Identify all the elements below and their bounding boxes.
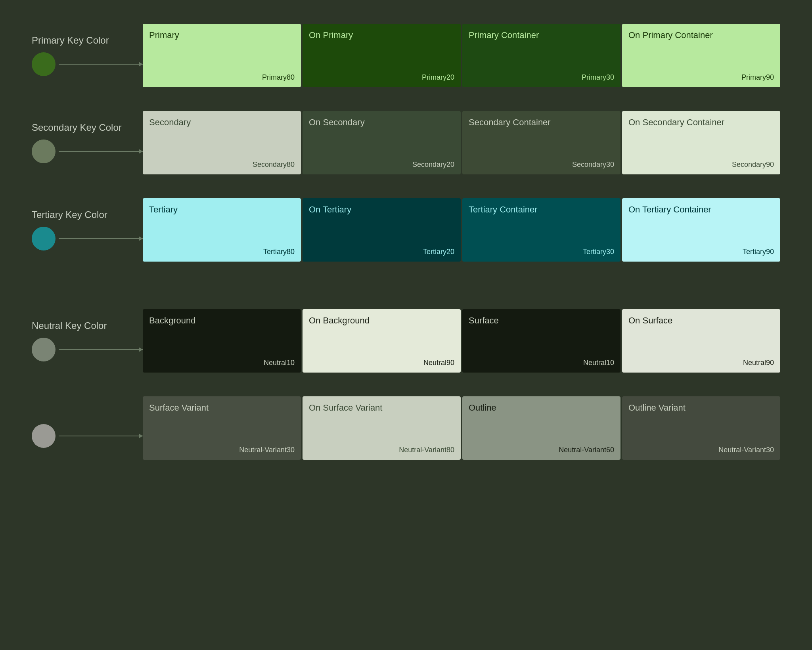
neutral-dot [32,338,56,361]
surface-variant-cell-tone: Neutral-Variant30 [239,446,295,454]
on-secondary-cell-label: On Secondary [309,117,454,128]
neutral-section: Neutral Key Color Background Neutral10 O… [32,309,780,373]
tertiary-dot-row [32,227,143,250]
secondary-container-cell-label: Secondary Container [469,117,614,128]
primary-dot [32,52,56,76]
primary-cell-label: Primary [149,30,295,40]
secondary-key-color-title: Secondary Key Color [32,122,143,133]
on-tertiary-cell-label: On Tertiary [309,205,454,215]
on-secondary-container-cell-tone: Secondary90 [732,161,774,169]
secondary-color-grid: Secondary Secondary80 On Secondary Secon… [143,111,780,174]
outline-cell-label: Outline [469,403,614,413]
tertiary-container-cell: Tertiary Container Tertiary30 [462,198,620,262]
on-background-cell-tone: Neutral90 [423,359,454,367]
outline-variant-cell-label: Outline Variant [628,403,774,413]
on-surface-variant-cell-tone: Neutral-Variant80 [399,446,454,454]
on-secondary-container-cell: On Secondary Container Secondary90 [622,111,780,174]
secondary-key-color-label: Secondary Key Color [32,122,143,163]
primary-dot-row [32,52,143,76]
neutral-arrow [59,349,143,350]
on-background-cell-label: On Background [309,315,454,326]
tertiary-container-cell-label: Tertiary Container [469,205,614,215]
neutral-variant-key-color-label [32,408,143,448]
primary-arrow [59,64,143,65]
on-tertiary-container-cell-tone: Tertiary90 [743,248,774,256]
outline-variant-cell-tone: Neutral-Variant30 [718,446,774,454]
on-tertiary-container-cell: On Tertiary Container Tertiary90 [622,198,780,262]
on-secondary-cell: On Secondary Secondary20 [303,111,461,174]
secondary-container-cell: Secondary Container Secondary30 [462,111,620,174]
on-background-cell: On Background Neutral90 [303,309,461,373]
tertiary-section: Tertiary Key Color Tertiary Tertiary80 O… [32,198,780,262]
neutral-key-color-title: Neutral Key Color [32,320,143,331]
tertiary-key-color-title: Tertiary Key Color [32,209,143,220]
tertiary-container-cell-tone: Tertiary30 [583,248,614,256]
tertiary-arrow [59,238,143,239]
secondary-cell-tone: Secondary80 [253,161,295,169]
on-primary-container-cell: On Primary Container Primary90 [622,24,780,87]
on-surface-variant-cell-label: On Surface Variant [309,403,454,413]
on-primary-cell-tone: Primary20 [422,73,454,82]
secondary-cell-label: Secondary [149,117,295,128]
on-primary-container-cell-tone: Primary90 [741,73,774,82]
secondary-row: Secondary Key Color Secondary Secondary8… [32,111,780,174]
surface-cell-label: Surface [469,315,614,326]
background-cell: Background Neutral10 [143,309,301,373]
neutral-variant-dot [32,424,56,448]
neutral-variant-row: Surface Variant Neutral-Variant30 On Sur… [32,396,780,460]
on-primary-container-cell-label: On Primary Container [628,30,774,40]
primary-cell: Primary Primary80 [143,24,301,87]
on-surface-cell: On Surface Neutral90 [622,309,780,373]
on-secondary-container-cell-label: On Secondary Container [628,117,774,128]
neutral-key-color-label: Neutral Key Color [32,320,143,361]
secondary-arrow [59,151,143,152]
primary-color-grid: Primary Primary80 On Primary Primary20 P… [143,24,780,87]
tertiary-color-grid: Tertiary Tertiary80 On Tertiary Tertiary… [143,198,780,262]
secondary-dot [32,140,56,163]
primary-container-cell-label: Primary Container [469,30,614,40]
secondary-cell: Secondary Secondary80 [143,111,301,174]
tertiary-row: Tertiary Key Color Tertiary Tertiary80 O… [32,198,780,262]
primary-key-color-label: Primary Key Color [32,35,143,76]
on-surface-variant-cell: On Surface Variant Neutral-Variant80 [303,396,461,460]
neutral-variant-arrow [59,436,143,436]
background-cell-label: Background [149,315,295,326]
neutral-variant-dot-row [32,424,143,448]
neutral-dot-row [32,338,143,361]
secondary-dot-row [32,140,143,163]
surface-variant-cell: Surface Variant Neutral-Variant30 [143,396,301,460]
secondary-section: Secondary Key Color Secondary Secondary8… [32,111,780,174]
tertiary-cell: Tertiary Tertiary80 [143,198,301,262]
on-primary-cell-label: On Primary [309,30,454,40]
on-primary-cell: On Primary Primary20 [303,24,461,87]
surface-cell-tone: Neutral10 [583,359,614,367]
on-tertiary-cell: On Tertiary Tertiary20 [303,198,461,262]
surface-cell: Surface Neutral10 [462,309,620,373]
neutral-color-grid: Background Neutral10 On Background Neutr… [143,309,780,373]
neutral-variant-section: Surface Variant Neutral-Variant30 On Sur… [32,396,780,460]
outline-cell: Outline Neutral-Variant60 [462,396,620,460]
neutral-row: Neutral Key Color Background Neutral10 O… [32,309,780,373]
primary-container-cell: Primary Container Primary30 [462,24,620,87]
outline-variant-cell: Outline Variant Neutral-Variant30 [622,396,780,460]
primary-row: Primary Key Color Primary Primary80 On P… [32,24,780,87]
primary-container-cell-tone: Primary30 [582,73,614,82]
surface-variant-cell-label: Surface Variant [149,403,295,413]
primary-section: Primary Key Color Primary Primary80 On P… [32,24,780,87]
on-surface-cell-tone: Neutral90 [743,359,774,367]
on-secondary-cell-tone: Secondary20 [412,161,454,169]
tertiary-cell-tone: Tertiary80 [263,248,295,256]
on-tertiary-cell-tone: Tertiary20 [423,248,454,256]
primary-key-color-title: Primary Key Color [32,35,143,46]
on-tertiary-container-cell-label: On Tertiary Container [628,205,774,215]
secondary-container-cell-tone: Secondary30 [572,161,614,169]
tertiary-cell-label: Tertiary [149,205,295,215]
outline-cell-tone: Neutral-Variant60 [559,446,614,454]
background-cell-tone: Neutral10 [264,359,295,367]
neutral-variant-color-grid: Surface Variant Neutral-Variant30 On Sur… [143,396,780,460]
tertiary-key-color-label: Tertiary Key Color [32,209,143,250]
primary-cell-tone: Primary80 [262,73,295,82]
separator [32,285,780,309]
tertiary-dot [32,227,56,250]
on-surface-cell-label: On Surface [628,315,774,326]
